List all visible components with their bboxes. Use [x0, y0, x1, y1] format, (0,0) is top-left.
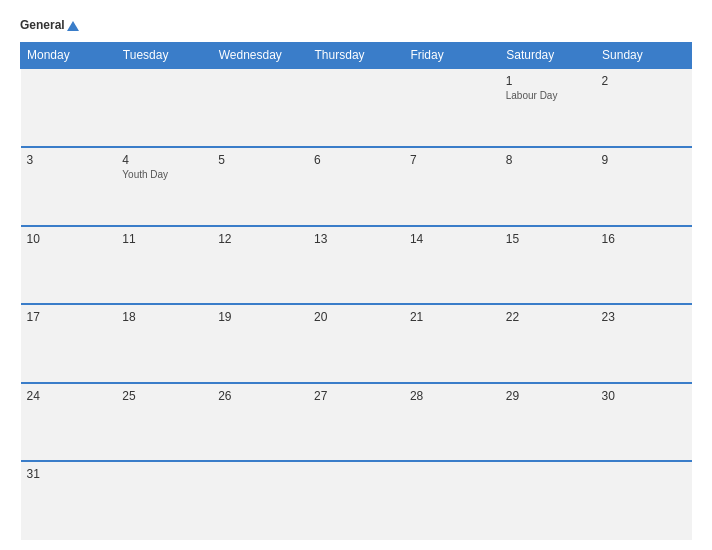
- calendar-cell: 6: [308, 147, 404, 226]
- calendar-cell: 12: [212, 226, 308, 305]
- day-number: 4: [122, 153, 206, 167]
- day-number: 13: [314, 232, 398, 246]
- calendar-cell: 23: [596, 304, 692, 383]
- week-row-1: 34Youth Day56789: [21, 147, 692, 226]
- logo-triangle-icon: [67, 21, 79, 31]
- week-row-3: 17181920212223: [21, 304, 692, 383]
- weekday-header-sunday: Sunday: [596, 43, 692, 69]
- calendar-cell: 22: [500, 304, 596, 383]
- day-number: 10: [27, 232, 111, 246]
- calendar-cell: 24: [21, 383, 117, 462]
- weekday-header-friday: Friday: [404, 43, 500, 69]
- calendar-cell: [116, 461, 212, 540]
- calendar-cell: 7: [404, 147, 500, 226]
- calendar-table: MondayTuesdayWednesdayThursdayFridaySatu…: [20, 42, 692, 540]
- holiday-label: Youth Day: [122, 169, 206, 180]
- day-number: 22: [506, 310, 590, 324]
- calendar-cell: 1Labour Day: [500, 68, 596, 147]
- weekday-header-monday: Monday: [21, 43, 117, 69]
- calendar-cell: 15: [500, 226, 596, 305]
- day-number: 2: [602, 74, 686, 88]
- weekday-header-saturday: Saturday: [500, 43, 596, 69]
- day-number: 23: [602, 310, 686, 324]
- day-number: 28: [410, 389, 494, 403]
- header: General: [20, 18, 692, 32]
- day-number: 30: [602, 389, 686, 403]
- calendar-cell: 8: [500, 147, 596, 226]
- week-row-5: 31: [21, 461, 692, 540]
- calendar-cell: [212, 461, 308, 540]
- logo: General: [20, 18, 79, 32]
- calendar-cell: 18: [116, 304, 212, 383]
- calendar-cell: 30: [596, 383, 692, 462]
- calendar-cell: 25: [116, 383, 212, 462]
- calendar-cell: [596, 461, 692, 540]
- calendar-cell: 11: [116, 226, 212, 305]
- calendar-header: MondayTuesdayWednesdayThursdayFridaySatu…: [21, 43, 692, 69]
- day-number: 17: [27, 310, 111, 324]
- calendar-cell: 2: [596, 68, 692, 147]
- calendar-cell: 20: [308, 304, 404, 383]
- calendar-body: 1Labour Day234Youth Day56789101112131415…: [21, 68, 692, 540]
- calendar-cell: 5: [212, 147, 308, 226]
- calendar-cell: 10: [21, 226, 117, 305]
- calendar-cell: [212, 68, 308, 147]
- day-number: 12: [218, 232, 302, 246]
- weekday-header-wednesday: Wednesday: [212, 43, 308, 69]
- day-number: 26: [218, 389, 302, 403]
- calendar-cell: 3: [21, 147, 117, 226]
- day-number: 3: [27, 153, 111, 167]
- calendar-cell: 29: [500, 383, 596, 462]
- day-number: 27: [314, 389, 398, 403]
- calendar-cell: [308, 68, 404, 147]
- day-number: 21: [410, 310, 494, 324]
- day-number: 6: [314, 153, 398, 167]
- calendar-cell: 26: [212, 383, 308, 462]
- week-row-2: 10111213141516: [21, 226, 692, 305]
- day-number: 1: [506, 74, 590, 88]
- calendar-cell: 21: [404, 304, 500, 383]
- calendar-cell: 19: [212, 304, 308, 383]
- calendar-cell: 14: [404, 226, 500, 305]
- day-number: 11: [122, 232, 206, 246]
- calendar-cell: 16: [596, 226, 692, 305]
- day-number: 18: [122, 310, 206, 324]
- calendar-cell: [21, 68, 117, 147]
- calendar-cell: [500, 461, 596, 540]
- calendar-cell: 31: [21, 461, 117, 540]
- day-number: 16: [602, 232, 686, 246]
- day-number: 9: [602, 153, 686, 167]
- logo-general-text: General: [20, 18, 79, 32]
- calendar-cell: [116, 68, 212, 147]
- day-number: 14: [410, 232, 494, 246]
- holiday-label: Labour Day: [506, 90, 590, 101]
- day-number: 24: [27, 389, 111, 403]
- calendar-cell: 13: [308, 226, 404, 305]
- day-number: 19: [218, 310, 302, 324]
- calendar-cell: 28: [404, 383, 500, 462]
- calendar-cell: [308, 461, 404, 540]
- calendar-cell: 17: [21, 304, 117, 383]
- weekday-header-row: MondayTuesdayWednesdayThursdayFridaySatu…: [21, 43, 692, 69]
- day-number: 8: [506, 153, 590, 167]
- day-number: 7: [410, 153, 494, 167]
- day-number: 20: [314, 310, 398, 324]
- day-number: 29: [506, 389, 590, 403]
- calendar-cell: 27: [308, 383, 404, 462]
- day-number: 31: [27, 467, 111, 481]
- day-number: 5: [218, 153, 302, 167]
- weekday-header-thursday: Thursday: [308, 43, 404, 69]
- calendar-cell: [404, 461, 500, 540]
- calendar-cell: 9: [596, 147, 692, 226]
- week-row-0: 1Labour Day2: [21, 68, 692, 147]
- day-number: 15: [506, 232, 590, 246]
- calendar-cell: [404, 68, 500, 147]
- calendar-cell: 4Youth Day: [116, 147, 212, 226]
- weekday-header-tuesday: Tuesday: [116, 43, 212, 69]
- week-row-4: 24252627282930: [21, 383, 692, 462]
- day-number: 25: [122, 389, 206, 403]
- page: General MondayTuesdayWednesdayThursdayFr…: [0, 0, 712, 550]
